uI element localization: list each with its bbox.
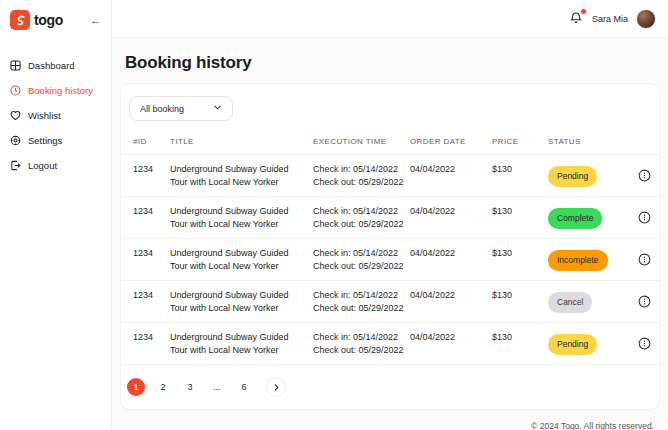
sidebar: togo ← Dashboard Booking history Wishlis… [0, 0, 112, 430]
avatar[interactable] [636, 9, 656, 29]
ellipsis-circle-icon [638, 295, 651, 308]
ellipsis-circle-icon [638, 169, 651, 182]
main-area: Sara Mia Booking history All booking #ID… [112, 0, 668, 430]
page-ellipsis: ... [208, 378, 226, 396]
row-more-options-button[interactable] [638, 295, 652, 309]
check-out: Check out: 05/29/2022 [313, 218, 410, 231]
table-row: 1234 Underground Subway Guided Tour with… [121, 281, 659, 323]
execution-time: Check in: 05/14/2022 Check out: 05/29/20… [313, 331, 410, 357]
row-more-options-button[interactable] [638, 211, 652, 225]
status-badge: Complete [548, 208, 602, 229]
check-out: Check out: 05/29/2022 [313, 176, 410, 189]
order-date: 04/04/2022 [410, 163, 492, 176]
filter-selected-value: All booking [140, 104, 184, 114]
check-in: Check in: 05/14/2022 [313, 205, 410, 218]
ellipsis-circle-icon [638, 211, 651, 224]
table-row: 1234 Underground Subway Guided Tour with… [121, 155, 659, 197]
logout-icon [10, 160, 21, 171]
execution-time: Check in: 05/14/2022 Check out: 05/29/20… [313, 163, 410, 189]
sidebar-item-dashboard[interactable]: Dashboard [10, 60, 101, 71]
togo-logo-icon [10, 10, 30, 30]
page-button-6[interactable]: 6 [235, 378, 253, 396]
col-header-order-date: ORDER DATE [410, 137, 492, 146]
sidebar-item-wishlist[interactable]: Wishlist [10, 110, 101, 121]
booking-id: 1234 [121, 289, 170, 302]
sidebar-item-settings[interactable]: Settings [10, 135, 101, 146]
ellipsis-circle-icon [638, 253, 651, 266]
check-in: Check in: 05/14/2022 [313, 331, 410, 344]
col-header-status: STATUS [548, 137, 623, 146]
booking-title: Underground Subway Guided Tour with Loca… [170, 163, 313, 189]
order-date: 04/04/2022 [410, 205, 492, 218]
row-more-options-button[interactable] [638, 337, 652, 351]
chevron-down-icon [213, 103, 222, 114]
status-badge: Pending [548, 166, 597, 187]
status-badge: Cancel [548, 292, 592, 313]
check-out: Check out: 05/29/2022 [313, 344, 410, 357]
ellipsis-circle-icon [638, 337, 651, 350]
page-button-3[interactable]: 3 [181, 378, 199, 396]
dashboard-icon [10, 60, 21, 71]
price: $130 [492, 163, 548, 176]
col-header-price: PRICE [492, 137, 548, 146]
order-date: 04/04/2022 [410, 247, 492, 260]
sidebar-item-label: Booking history [28, 85, 93, 96]
booking-title: Underground Subway Guided Tour with Loca… [170, 205, 313, 231]
check-in: Check in: 05/14/2022 [313, 289, 410, 302]
copyright-text: © 2024 Togo. All rights reserved. [120, 410, 660, 430]
page-button-1[interactable]: 1 [127, 378, 145, 396]
booking-filter-dropdown[interactable]: All booking [129, 96, 233, 121]
sidebar-item-logout[interactable]: Logout [10, 160, 101, 171]
gear-icon [10, 135, 21, 146]
check-in: Check in: 05/14/2022 [313, 163, 410, 176]
brand-name: togo [34, 12, 63, 28]
price: $130 [492, 247, 548, 260]
sidebar-nav: Dashboard Booking history Wishlist Setti… [10, 60, 101, 171]
order-date: 04/04/2022 [410, 289, 492, 302]
booking-card: All booking #ID TITLE EXECUTION TIME ORD… [120, 83, 660, 410]
next-page-button[interactable] [266, 377, 286, 397]
check-in: Check in: 05/14/2022 [313, 247, 410, 260]
page-title: Booking history [125, 53, 660, 73]
sidebar-item-label: Logout [28, 160, 57, 171]
logo: togo ← [10, 10, 101, 30]
price: $130 [492, 205, 548, 218]
user-name: Sara Mia [592, 14, 628, 24]
notifications-button[interactable] [569, 11, 584, 26]
booking-title: Underground Subway Guided Tour with Loca… [170, 289, 313, 315]
table-row: 1234 Underground Subway Guided Tour with… [121, 239, 659, 281]
sidebar-item-label: Dashboard [28, 60, 74, 71]
pagination: 1 2 3 ... 6 [121, 377, 659, 397]
app: togo ← Dashboard Booking history Wishlis… [0, 0, 668, 430]
booking-id: 1234 [121, 247, 170, 260]
booking-title: Underground Subway Guided Tour with Loca… [170, 247, 313, 273]
content: Booking history All booking #ID TITLE EX… [112, 38, 668, 430]
notification-dot [581, 9, 586, 14]
order-date: 04/04/2022 [410, 331, 492, 344]
booking-title: Underground Subway Guided Tour with Loca… [170, 331, 313, 357]
price: $130 [492, 289, 548, 302]
sidebar-collapse-arrow-icon[interactable]: ← [90, 15, 101, 26]
status-badge: Pending [548, 334, 597, 355]
row-more-options-button[interactable] [638, 253, 652, 267]
row-more-options-button[interactable] [638, 169, 652, 183]
booking-id: 1234 [121, 205, 170, 218]
col-header-title: TITLE [170, 137, 313, 146]
col-header-execution-time: EXECUTION TIME [313, 137, 410, 146]
sidebar-item-label: Settings [28, 135, 62, 146]
table-row: 1234 Underground Subway Guided Tour with… [121, 323, 659, 365]
price: $130 [492, 331, 548, 344]
topbar: Sara Mia [112, 0, 668, 38]
clock-icon [10, 85, 21, 96]
table-row: 1234 Underground Subway Guided Tour with… [121, 197, 659, 239]
execution-time: Check in: 05/14/2022 Check out: 05/29/20… [313, 289, 410, 315]
col-header-id: #ID [121, 137, 170, 146]
booking-id: 1234 [121, 331, 170, 344]
sidebar-item-booking-history[interactable]: Booking history [10, 85, 101, 96]
heart-icon [10, 110, 21, 121]
booking-id: 1234 [121, 163, 170, 176]
chevron-right-icon [272, 383, 281, 392]
check-out: Check out: 05/29/2022 [313, 302, 410, 315]
execution-time: Check in: 05/14/2022 Check out: 05/29/20… [313, 247, 410, 273]
page-button-2[interactable]: 2 [154, 378, 172, 396]
